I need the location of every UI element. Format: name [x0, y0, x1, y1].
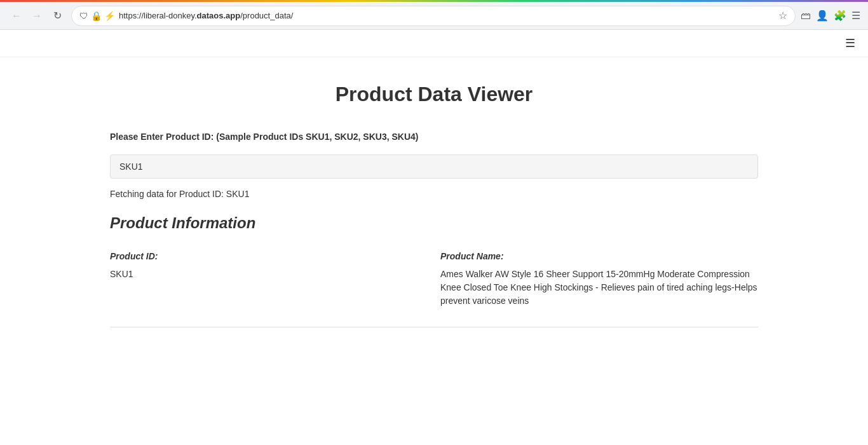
lock-icon: 🔒 [91, 11, 102, 21]
pocket-icon[interactable]: 🗃 [801, 10, 811, 22]
main-content: Product Data Viewer Please Enter Product… [85, 57, 783, 340]
browser-chrome: ← → ↻ 🛡 🔒 ⚡ https://liberal-donkey.datao… [0, 2, 868, 30]
product-name-field: Product Name: Ames Walker AW Style 16 Sh… [440, 251, 758, 308]
product-id-field: Product ID: SKU1 [110, 251, 428, 308]
browser-menu-icon[interactable]: ☰ [851, 10, 860, 22]
back-button[interactable]: ← [8, 7, 25, 25]
forward-button[interactable]: → [28, 7, 46, 25]
browser-right-icons: 🗃 👤 🧩 ☰ [801, 10, 860, 22]
instruction-text: Please Enter Product ID: (Sample Product… [110, 132, 758, 142]
product-grid: Product ID: SKU1 Product Name: Ames Walk… [110, 251, 758, 308]
address-bar[interactable]: 🛡 🔒 ⚡ https://liberal-donkey.dataos.app/… [71, 6, 796, 26]
top-menu-bar: ☰ [0, 30, 868, 57]
product-info-title: Product Information [110, 214, 758, 232]
section-divider [110, 327, 758, 327]
reload-button[interactable]: ↻ [48, 7, 66, 25]
bookmark-button[interactable]: ☆ [778, 10, 787, 22]
nav-buttons: ← → ↻ [8, 7, 66, 25]
fetching-text: Fetching data for Product ID: SKU1 [110, 189, 758, 199]
address-bar-icons: 🛡 🔒 ⚡ [79, 11, 115, 21]
page-wrapper: ☰ Product Data Viewer Please Enter Produ… [0, 30, 868, 340]
profile-icon[interactable]: 👤 [816, 10, 829, 22]
extensions-icon[interactable]: 🧩 [834, 10, 846, 22]
network-icon: ⚡ [104, 11, 115, 21]
product-id-input[interactable] [110, 154, 758, 179]
product-info-section: Product Information Product ID: SKU1 Pro… [110, 214, 758, 327]
page-title: Product Data Viewer [110, 83, 758, 106]
shield-security-icon: 🛡 [79, 11, 88, 21]
product-name-value: Ames Walker AW Style 16 Sheer Support 15… [440, 269, 757, 306]
product-id-value: SKU1 [110, 269, 133, 279]
address-bar-url: https://liberal-donkey.dataos.app/produc… [119, 11, 775, 20]
hamburger-menu-icon[interactable]: ☰ [845, 36, 855, 50]
product-name-label: Product Name: [440, 251, 758, 261]
product-id-label: Product ID: [110, 251, 428, 261]
